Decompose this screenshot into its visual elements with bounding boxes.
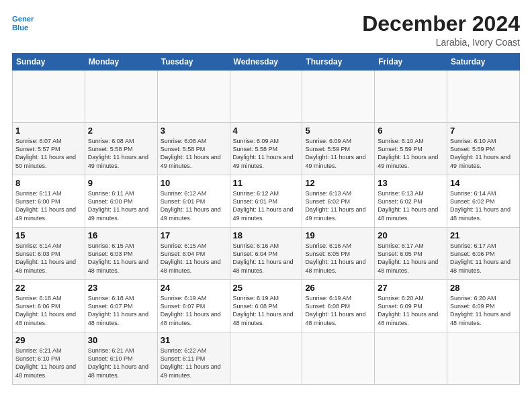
- calendar-cell: 21 Sunrise: 6:17 AMSunset: 6:06 PMDaylig…: [447, 228, 520, 280]
- day-number: 31: [161, 335, 227, 345]
- day-number: 1: [15, 126, 82, 136]
- cell-text: Sunrise: 6:16 AMSunset: 6:05 PMDaylight:…: [305, 242, 365, 273]
- calendar-cell: 23 Sunrise: 6:18 AMSunset: 6:07 PMDaylig…: [85, 280, 157, 332]
- week-row-1: [13, 71, 520, 123]
- day-number: 14: [450, 178, 517, 188]
- calendar-cell: [230, 332, 302, 385]
- calendar-cell: 4 Sunrise: 6:09 AMSunset: 5:58 PMDayligh…: [230, 123, 302, 175]
- day-number: 12: [305, 178, 371, 188]
- day-number: 6: [378, 126, 444, 136]
- cell-text: Sunrise: 6:14 AMSunset: 6:02 PMDaylight:…: [450, 190, 511, 221]
- day-number: 20: [378, 230, 444, 240]
- calendar-cell: 20 Sunrise: 6:17 AMSunset: 6:05 PMDaylig…: [375, 228, 447, 280]
- header: General Blue December 2024 Larabia, Ivor…: [12, 12, 520, 48]
- cell-text: Sunrise: 6:21 AMSunset: 6:10 PMDaylight:…: [15, 347, 76, 378]
- cell-text: Sunrise: 6:15 AMSunset: 6:04 PMDaylight:…: [161, 242, 221, 273]
- cell-text: Sunrise: 6:08 AMSunset: 5:58 PMDaylight:…: [88, 138, 148, 169]
- calendar-cell: 6 Sunrise: 6:10 AMSunset: 5:59 PMDayligh…: [375, 123, 447, 175]
- day-number: 4: [233, 126, 300, 136]
- week-row-3: 8 Sunrise: 6:11 AMSunset: 6:00 PMDayligh…: [13, 175, 520, 228]
- day-number: 3: [161, 126, 227, 136]
- cell-text: Sunrise: 6:07 AMSunset: 5:57 PMDaylight:…: [15, 138, 76, 169]
- cell-text: Sunrise: 6:12 AMSunset: 6:01 PMDaylight:…: [161, 190, 221, 221]
- weekday-header-row: Sunday Monday Tuesday Wednesday Thursday…: [13, 54, 520, 71]
- calendar-cell: 14 Sunrise: 6:14 AMSunset: 6:02 PMDaylig…: [447, 175, 520, 228]
- cell-text: Sunrise: 6:19 AMSunset: 6:08 PMDaylight:…: [233, 295, 294, 326]
- calendar-table: Sunday Monday Tuesday Wednesday Thursday…: [12, 53, 520, 385]
- svg-text:Blue: Blue: [12, 24, 28, 32]
- day-number: 22: [15, 283, 82, 293]
- calendar-cell: 7 Sunrise: 6:10 AMSunset: 5:59 PMDayligh…: [447, 123, 520, 175]
- month-title: December 2024: [362, 12, 520, 36]
- cell-text: Sunrise: 6:20 AMSunset: 6:09 PMDaylight:…: [450, 295, 511, 326]
- page: General Blue December 2024 Larabia, Ivor…: [0, 0, 532, 411]
- day-number: 21: [450, 230, 517, 240]
- day-number: 5: [305, 126, 371, 136]
- cell-text: Sunrise: 6:16 AMSunset: 6:04 PMDaylight:…: [233, 242, 294, 273]
- cell-text: Sunrise: 6:18 AMSunset: 6:06 PMDaylight:…: [15, 295, 76, 326]
- day-number: 26: [305, 283, 371, 293]
- day-number: 18: [233, 230, 300, 240]
- cell-text: Sunrise: 6:10 AMSunset: 5:59 PMDaylight:…: [378, 138, 438, 169]
- calendar-cell: [13, 71, 85, 123]
- svg-text:General: General: [12, 15, 34, 23]
- calendar-cell: 16 Sunrise: 6:15 AMSunset: 6:03 PMDaylig…: [85, 228, 157, 280]
- cell-text: Sunrise: 6:22 AMSunset: 6:11 PMDaylight:…: [161, 347, 221, 378]
- calendar-cell: 11 Sunrise: 6:12 AMSunset: 6:01 PMDaylig…: [230, 175, 302, 228]
- calendar-cell: [85, 71, 157, 123]
- calendar-cell: [230, 71, 302, 123]
- calendar-cell: 13 Sunrise: 6:13 AMSunset: 6:02 PMDaylig…: [375, 175, 447, 228]
- header-monday: Monday: [85, 54, 157, 71]
- day-number: 16: [88, 230, 154, 240]
- calendar-cell: 26 Sunrise: 6:19 AMSunset: 6:08 PMDaylig…: [302, 280, 375, 332]
- calendar-cell: [302, 332, 375, 385]
- cell-text: Sunrise: 6:20 AMSunset: 6:09 PMDaylight:…: [378, 295, 438, 326]
- cell-text: Sunrise: 6:19 AMSunset: 6:07 PMDaylight:…: [161, 295, 221, 326]
- week-row-5: 22 Sunrise: 6:18 AMSunset: 6:06 PMDaylig…: [13, 280, 520, 332]
- day-number: 7: [450, 126, 517, 136]
- calendar-cell: 30 Sunrise: 6:21 AMSunset: 6:10 PMDaylig…: [85, 332, 157, 385]
- cell-text: Sunrise: 6:19 AMSunset: 6:08 PMDaylight:…: [305, 295, 365, 326]
- day-number: 29: [15, 335, 82, 345]
- calendar-cell: 27 Sunrise: 6:20 AMSunset: 6:09 PMDaylig…: [375, 280, 447, 332]
- calendar-cell: 8 Sunrise: 6:11 AMSunset: 6:00 PMDayligh…: [13, 175, 85, 228]
- cell-text: Sunrise: 6:17 AMSunset: 6:06 PMDaylight:…: [450, 242, 511, 273]
- calendar-cell: 1 Sunrise: 6:07 AMSunset: 5:57 PMDayligh…: [13, 123, 85, 175]
- calendar-cell: 15 Sunrise: 6:14 AMSunset: 6:03 PMDaylig…: [13, 228, 85, 280]
- calendar-cell: [157, 71, 230, 123]
- day-number: 27: [378, 283, 444, 293]
- cell-text: Sunrise: 6:11 AMSunset: 6:00 PMDaylight:…: [15, 190, 76, 221]
- calendar-cell: 22 Sunrise: 6:18 AMSunset: 6:06 PMDaylig…: [13, 280, 85, 332]
- calendar-cell: 25 Sunrise: 6:19 AMSunset: 6:08 PMDaylig…: [230, 280, 302, 332]
- week-row-2: 1 Sunrise: 6:07 AMSunset: 5:57 PMDayligh…: [13, 123, 520, 175]
- calendar-cell: [375, 332, 447, 385]
- cell-text: Sunrise: 6:10 AMSunset: 5:59 PMDaylight:…: [450, 138, 511, 169]
- calendar-cell: 10 Sunrise: 6:12 AMSunset: 6:01 PMDaylig…: [157, 175, 230, 228]
- header-wednesday: Wednesday: [230, 54, 302, 71]
- calendar-cell: 29 Sunrise: 6:21 AMSunset: 6:10 PMDaylig…: [13, 332, 85, 385]
- calendar-cell: 28 Sunrise: 6:20 AMSunset: 6:09 PMDaylig…: [447, 280, 520, 332]
- header-friday: Friday: [375, 54, 447, 71]
- cell-text: Sunrise: 6:17 AMSunset: 6:05 PMDaylight:…: [378, 242, 438, 273]
- header-thursday: Thursday: [302, 54, 375, 71]
- header-sunday: Sunday: [13, 54, 85, 71]
- cell-text: Sunrise: 6:08 AMSunset: 5:58 PMDaylight:…: [161, 138, 221, 169]
- calendar-cell: [447, 71, 520, 123]
- cell-text: Sunrise: 6:09 AMSunset: 5:58 PMDaylight:…: [233, 138, 294, 169]
- cell-text: Sunrise: 6:11 AMSunset: 6:00 PMDaylight:…: [88, 190, 148, 221]
- logo-icon: General Blue: [12, 12, 34, 34]
- day-number: 17: [161, 230, 227, 240]
- day-number: 11: [233, 178, 300, 188]
- week-row-6: 29 Sunrise: 6:21 AMSunset: 6:10 PMDaylig…: [13, 332, 520, 385]
- calendar-cell: 31 Sunrise: 6:22 AMSunset: 6:11 PMDaylig…: [157, 332, 230, 385]
- day-number: 25: [233, 283, 300, 293]
- day-number: 23: [88, 283, 154, 293]
- calendar-cell: 17 Sunrise: 6:15 AMSunset: 6:04 PMDaylig…: [157, 228, 230, 280]
- cell-text: Sunrise: 6:21 AMSunset: 6:10 PMDaylight:…: [88, 347, 148, 378]
- day-number: 10: [161, 178, 227, 188]
- header-tuesday: Tuesday: [157, 54, 230, 71]
- day-number: 13: [378, 178, 444, 188]
- calendar-cell: [302, 71, 375, 123]
- cell-text: Sunrise: 6:13 AMSunset: 6:02 PMDaylight:…: [378, 190, 438, 221]
- cell-text: Sunrise: 6:15 AMSunset: 6:03 PMDaylight:…: [88, 242, 148, 273]
